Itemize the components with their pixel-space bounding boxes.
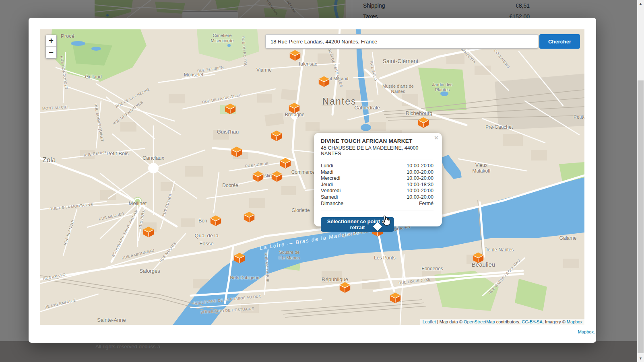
pickup-point-modal: ProcéGrillaudMonseletViarmeTalensacPont … [29,18,596,343]
pickup-marker[interactable] [233,253,246,264]
popup-divider-bottom [321,210,433,210]
time-value: 10:00-20:00 [407,175,433,182]
opening-hours-row: Mercredi10:00-20:00 [321,175,433,182]
map-label: Sainte-Anne [97,317,126,323]
scrollbar-thumb[interactable] [638,80,644,353]
map-label: Talensac [298,61,317,67]
day-label: Dimanche [321,201,343,207]
map-label: Canclaux [142,155,164,161]
pickup-marker[interactable] [339,282,351,293]
pickup-marker[interactable] [417,117,429,128]
time-value: 10:00-20:00 [407,163,433,169]
map-label: Nantes [391,89,405,94]
map-label: Procé [61,33,74,39]
time-value: 10:00-18:30 [407,182,433,188]
map-label: Cimetière [213,33,231,38]
time-value: 10:00-20:00 [407,194,433,201]
map-label: Dobrée [222,183,238,188]
map-label: Île de Nantes [485,247,514,253]
map-label: Fonderies [421,266,443,272]
map-label: République [322,276,348,282]
day-label: Lundi [321,163,333,169]
address-search-bar [265,34,538,49]
mapbox-attribution-note[interactable]: Mapbox. [578,329,595,334]
map-label: Monselet [184,72,204,78]
store-name: DIVINE TOUCH AFRICAN MARKET [321,138,433,144]
attribution-link[interactable]: Leaflet [423,319,436,324]
map-label: Vieux [475,162,487,168]
page-scrollbar[interactable]: ▲ ▼ [637,0,644,362]
pickup-marker[interactable] [231,146,243,158]
popup-close-icon[interactable]: × [434,134,438,141]
opening-hours-row: DimancheFermé [321,201,433,207]
map-label: Nantes [322,96,357,107]
opening-hours-row: Mardi10:00-20:00 [321,169,433,176]
hand-cursor [380,215,390,226]
map-label: Nefs Dubigeon [230,275,260,280]
pickup-marker[interactable] [224,103,236,115]
map-zoom-control: + − [45,35,57,59]
map-label: Saint-Clément [383,58,419,64]
map-label: l'Île Mabon [279,255,300,260]
leaflet-map[interactable]: ProcéGrillaudMonseletViarmeTalensacPont … [40,29,584,325]
pickup-marker[interactable] [142,226,155,238]
pickup-marker[interactable] [472,252,484,263]
map-label: Gloriette [291,208,310,213]
attribution-link[interactable]: Mapbox [567,319,582,324]
map-label: Pré-Gauchet [485,124,513,130]
map-label: Galarne [559,235,577,241]
zoom-out-button[interactable]: − [46,47,56,58]
map-label: Mellinet [129,200,147,206]
map-label: Petit Bois [107,150,129,156]
pickup-marker[interactable] [289,50,301,61]
pickup-marker[interactable] [279,158,291,169]
map-label: Zola [42,156,56,164]
search-button[interactable]: Chercher [539,34,580,49]
map-attribution: Leaflet | Map data © OpenStreetMap contr… [420,319,584,325]
day-label: Samedi [321,194,338,201]
map-label: Plantes [435,87,450,92]
pickup-marker[interactable] [243,212,255,223]
pickup-marker[interactable] [389,292,401,304]
pickup-marker[interactable] [210,215,222,226]
store-address: 45 CHAUSSEE DE LA MADELEINE, 44000 NANTE… [321,145,433,156]
map-label: Bon [198,218,207,224]
attribution-link[interactable]: CC-BY-SA [522,319,543,324]
scroll-up-arrow[interactable]: ▲ [637,1,644,6]
map-label: Miséricorde [211,38,234,43]
pickup-marker[interactable] [288,103,300,114]
map-label: Commerce [291,169,315,175]
attribution-text: , Imagery © [543,319,567,324]
pickup-marker[interactable] [270,130,283,142]
time-value: 10:00-20:00 [407,188,433,194]
map-label: Square de [279,250,300,255]
attribution-text: contributors, [495,319,522,324]
opening-hours-list: Lundi10:00-20:00Mardi10:00-20:00Mercredi… [321,163,433,207]
attribution-link[interactable]: OpenStreetMap [464,319,495,324]
day-label: Mercredi [321,175,341,182]
opening-hours-row: Jeudi10:00-18:30 [321,182,433,188]
map-label: Viarme [256,67,272,73]
pickup-marker[interactable] [271,171,283,182]
map-label: Richebourg [406,110,433,116]
map-label: Quai de la [194,232,218,239]
map-label: Fosse [199,241,213,247]
map-label: Salorges [139,268,160,274]
map-label: Les Ponts [374,255,395,261]
day-label: Jeudi [321,182,333,188]
pickup-marker[interactable] [252,171,264,182]
time-value: 10:00-20:00 [407,169,433,176]
opening-hours-row: Samedi10:00-20:00 [321,194,433,201]
time-value: Fermé [419,201,433,207]
map-label: Musée d'arts de [382,84,414,88]
address-search-input[interactable] [265,34,538,49]
pickup-marker[interactable] [318,76,330,87]
popup-divider-top [321,160,433,160]
zoom-in-button[interactable]: + [46,35,56,47]
map-label: Malakoff [472,168,490,174]
map-label: Guist'hau [217,129,239,135]
opening-hours-row: Vendredi10:00-20:00 [321,188,433,194]
day-label: Mardi [321,169,333,176]
map-label: Cathédrale [354,105,380,111]
scroll-down-arrow[interactable]: ▼ [637,356,644,361]
